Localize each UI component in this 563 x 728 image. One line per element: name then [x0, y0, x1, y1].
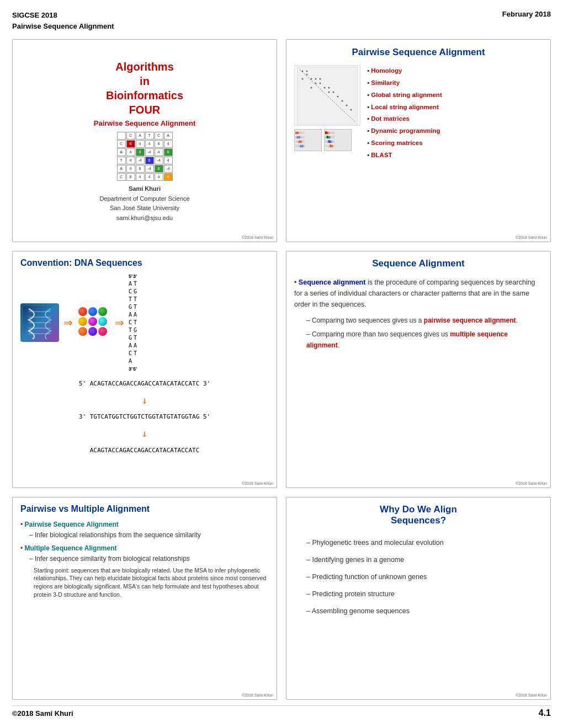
- slide2-content: ▓▓▒▒░░ ▒▓▓▒░░ ░▒▓▓▒░ ░░▒▓▓▒ █▓▒░░░ ▒█▓▒░…: [294, 65, 543, 162]
- cell: -4: [164, 165, 173, 173]
- slide1-author: Sami Khuri Department of Computer Scienc…: [99, 184, 189, 223]
- cell: 8: [136, 165, 145, 173]
- slide-6: Why Do We Align Sequences? Phylogenetic …: [286, 497, 551, 700]
- cell: -4: [145, 165, 154, 173]
- arrow-right-1: ⇒: [63, 316, 73, 329]
- slide2-copyright: ©2018 Sami Khuri: [516, 235, 547, 239]
- cell: -4: [145, 148, 154, 156]
- cell: C: [155, 132, 163, 140]
- strand1: 5' ACAGTACCAGACCAGACCATACATACCATC 3': [20, 378, 269, 389]
- svg-point-8: [333, 91, 334, 93]
- svg-point-9: [337, 95, 339, 97]
- cell: 4: [126, 148, 135, 156]
- svg-point-6: [324, 87, 326, 88]
- slide4-title: Sequence Alignment: [294, 258, 543, 269]
- cell: 8: [155, 140, 163, 148]
- slide1-tables: C A T C A C 8 4 4 8 4 A 4 8 -4: [117, 132, 173, 181]
- seq-columns: ACTGACTGACA TGTTATGTAT: [129, 280, 137, 365]
- cell: 8: [136, 148, 145, 156]
- footer-copyright: ©2018 Sami Khuri: [12, 709, 73, 718]
- slide6-bullet5: Assembling genome sequences: [306, 604, 543, 618]
- slide2-image-area: ▓▓▒▒░░ ▒▓▓▒░░ ░▒▓▓▒░ ░░▒▓▓▒ █▓▒░░░ ▒█▓▒░…: [294, 65, 360, 162]
- slide5-body: • Pairwise Sequence Alignment – Infer bi…: [20, 520, 269, 598]
- cell: 8: [126, 173, 135, 181]
- mini-table-left: C A T C A C 8 4 4 8 4 A 4 8 -4: [117, 132, 173, 181]
- seq-col-1: ACTGACTGACA: [129, 280, 132, 365]
- svg-point-10: [342, 100, 343, 101]
- svg-point-18: [311, 87, 312, 88]
- cell: A: [136, 132, 145, 140]
- svg-point-4: [315, 78, 317, 79]
- slide-3: Convention: DNA Sequences: [12, 251, 277, 488]
- cell: 4: [136, 140, 145, 148]
- seq-col-2: TGTTATGTAT: [134, 280, 137, 365]
- bullet-dynamic-programming: Dynamic programming: [367, 125, 442, 137]
- sphere-6: [98, 317, 107, 326]
- header-date: February 2018: [502, 10, 551, 18]
- footer-page: 4.1: [539, 708, 551, 718]
- highlight-seq-align: Sequence alignment: [299, 279, 366, 286]
- sphere-2: [88, 307, 97, 316]
- cell: 4: [145, 173, 154, 181]
- slide-4: Sequence Alignment Sequence alignment is…: [286, 251, 551, 488]
- label-5prime-bottom: 5': [133, 366, 137, 372]
- slide6-title-line1: Why Do We Align: [294, 504, 543, 515]
- dna-helix-svg: [23, 306, 56, 339]
- slide6-bullet3: Predicting function of unknown genes: [306, 570, 543, 584]
- strand2: 3' TGTCATGGTCTGGTCTGGTATGTATGGTAG 5': [20, 411, 269, 422]
- slide2-title: Pairwise Sequence Alignment: [294, 46, 543, 58]
- slide5-detail-text: Starting point: sequences that are biolo…: [34, 566, 269, 599]
- sphere-4: [78, 317, 87, 326]
- svg-point-15: [320, 78, 321, 79]
- sphere-9: [98, 327, 107, 336]
- cell: 4: [136, 173, 145, 181]
- dot-matrix-image: [294, 65, 360, 126]
- cell: A: [164, 132, 173, 140]
- result-seq: ACAGTACCAGACCAGACCATACATACCATC: [20, 445, 269, 456]
- bullet-dot-matrices: Dot matrices: [367, 113, 442, 125]
- header-title-line1: SIGCSE 2018: [12, 10, 114, 21]
- svg-point-3: [311, 78, 312, 79]
- slide4-copyright: ©2018 Sami Khuri: [516, 481, 547, 485]
- dot-matrix-svg: [297, 67, 358, 125]
- slide-1: Algorithms in Bioinformatics FOUR Pairwi…: [12, 39, 277, 242]
- slide5-bullet2-sub: – Infer sequence similarity from biologi…: [29, 554, 269, 564]
- slide5-bullet2-label: Multiple Sequence Alignment: [25, 544, 117, 552]
- bullet-global-string: Global string alignment: [367, 89, 442, 101]
- slide6-copyright: ©2018 Sami Khuri: [516, 693, 547, 697]
- cell: T: [117, 157, 126, 164]
- slide5-copyright: ©2018 Sami Khuri: [242, 693, 273, 697]
- slide6-bullet2: Identifying genes in a genome: [306, 553, 543, 567]
- seq-labels-bottom: 3' 5': [129, 366, 137, 372]
- header: SIGCSE 2018 Pairwise Sequence Alignment …: [12, 10, 551, 31]
- svg-point-16: [328, 91, 330, 93]
- cell: 4: [155, 173, 163, 181]
- cell: -4: [136, 157, 145, 164]
- slide6-body: Phylogenetic trees and molecular evoluti…: [294, 536, 543, 618]
- header-title-line2: Pairwise Sequence Alignment: [12, 21, 114, 32]
- svg-point-13: [306, 70, 308, 72]
- cell: 8: [155, 165, 163, 173]
- slide-2: Pairwise Sequence Alignment: [286, 39, 551, 242]
- bullet-scoring-matrices: Scoring matrices: [367, 137, 442, 149]
- svg-point-14: [315, 82, 317, 84]
- arrow-down-2: ↓: [20, 425, 269, 442]
- svg-point-2: [306, 73, 308, 75]
- slide5-bullet1-label: Pairwise Sequence Alignment: [25, 521, 119, 528]
- sphere-5: [88, 317, 97, 326]
- header-left: SIGCSE 2018 Pairwise Sequence Alignment: [12, 10, 114, 31]
- svg-point-7: [328, 87, 330, 88]
- slide5-bullet1-sub: – Infer biological relationships from th…: [29, 530, 269, 540]
- svg-point-5: [320, 82, 321, 84]
- sphere-7: [78, 327, 87, 336]
- slide5-bullet2-container: • Multiple Sequence Alignment – Infer se…: [20, 543, 269, 598]
- cell: 4: [164, 140, 173, 148]
- cell: C: [126, 132, 135, 140]
- slide3-copyright: ©2018 Sami Khuri: [242, 481, 273, 485]
- dna-seq-bottom: 5' ACAGTACCAGACCAGACCATACATACCATC 3' ↓ 3…: [20, 378, 269, 456]
- svg-point-11: [346, 104, 348, 106]
- svg-point-12: [350, 109, 352, 110]
- sphere-1: [78, 307, 87, 316]
- slide1-title: Algorithms in Bioinformatics FOUR: [106, 60, 183, 117]
- arrow-right-2: ⇒: [115, 316, 124, 329]
